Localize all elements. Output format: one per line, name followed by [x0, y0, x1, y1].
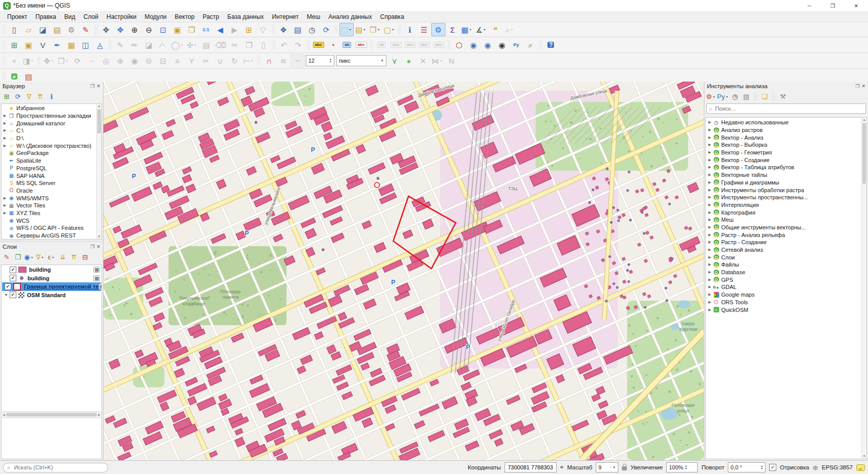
copy-and-move-feature-button[interactable]: ❐▾	[56, 54, 70, 67]
reshape-features-button[interactable]: Y	[185, 54, 199, 67]
self-snapping-button[interactable]: ⋈▾	[430, 54, 444, 67]
change-label-button[interactable]: abc	[389, 38, 403, 51]
identify-features-button[interactable]: ℹ	[403, 23, 417, 36]
browser-item-wfs[interactable]: ◉WFS / OGC API - Features	[2, 224, 96, 232]
avoid-overlap-button[interactable]: ∘∘	[291, 54, 305, 67]
browser-item-folder[interactable]: ▶▱C:\	[2, 127, 96, 135]
delete-ring-button[interactable]: ⊖	[142, 54, 156, 67]
menu-item-7[interactable]: Вектор	[171, 12, 199, 21]
expand-arrow-icon[interactable]: ▶	[2, 121, 8, 125]
cut-features-button[interactable]: ✂	[228, 38, 242, 51]
save-layer-edits-button[interactable]: ◪	[142, 38, 156, 51]
new-spatialite-layer-button[interactable]: ✒	[50, 38, 64, 51]
expand-arrow-icon[interactable]: ▶	[707, 270, 713, 274]
scale-combobox[interactable]: 9 ▼	[596, 462, 618, 472]
toolbox-group-22[interactable]: ▶QGPS	[707, 276, 861, 283]
collapse-all-layers-button[interactable]: ⇈	[69, 252, 79, 262]
expand-arrow-icon[interactable]: ▶	[707, 233, 713, 237]
crs-indicator[interactable]: EPSG:3857	[822, 464, 853, 470]
tracing-offset-button[interactable]: ●	[402, 54, 416, 67]
expand-arrow-icon[interactable]: ▶	[707, 248, 713, 252]
ors-tools-button[interactable]: ⬡	[452, 38, 466, 51]
expand-arrow-icon[interactable]: ▶	[707, 150, 713, 154]
toolbox-group-25[interactable]: ▶⬡ORS Tools	[707, 299, 861, 306]
browser-item-hana[interactable]: ▦SAP HANA	[2, 172, 96, 179]
current-edits-button[interactable]: ✎	[113, 38, 127, 51]
toolbox-group-20[interactable]: ▶QФайлы	[707, 261, 861, 269]
toolbox-group-9[interactable]: ▶QГрафики и диаграммы	[707, 179, 861, 187]
layer-visibility-checkbox[interactable]: ✓	[10, 275, 16, 281]
change-label-font-button[interactable]: abc	[417, 38, 432, 51]
quickmapservices-settings-button[interactable]: ◉	[481, 38, 495, 51]
move-label-button[interactable]: ab	[375, 38, 389, 51]
expand-arrow-icon[interactable]: ▶	[707, 293, 713, 297]
toolbox-search-input[interactable]	[714, 105, 863, 112]
add-selected-layers-button[interactable]: ⊞	[2, 91, 12, 101]
help-contents-button[interactable]: ?	[544, 38, 558, 51]
layer-row-4[interactable]: ▼✓OSM Standard	[2, 291, 101, 300]
browser-item-bookmark[interactable]: ▶❒Пространственные закладки	[2, 112, 96, 120]
browser-close-button[interactable]: ✕	[96, 84, 100, 89]
browser-item-wcs[interactable]: ◉WCS	[2, 217, 96, 224]
highlight-pinned-labels-button[interactable]: abc	[354, 38, 369, 51]
toolbox-group-4[interactable]: ▶QВектор - Выборка	[707, 141, 861, 149]
browser-item-xyz[interactable]: ▶▦XYZ Tiles	[2, 209, 96, 217]
toolbox-group-5[interactable]: ▶QВектор - Геометрия	[707, 149, 861, 156]
menu-item-6[interactable]: Модули	[141, 12, 171, 21]
toggle-editing-button[interactable]: ✏	[127, 38, 142, 51]
snapping-type-button[interactable]: ≋	[276, 54, 291, 67]
new-print-layout-button[interactable]: ▤	[50, 23, 64, 36]
browser-item-folder[interactable]: ▶▱W:\ (Дисковое пространство)	[2, 142, 96, 149]
simplify-feature-button[interactable]: ~	[85, 54, 99, 67]
zoom-last-button[interactable]: ◀	[213, 23, 227, 36]
menu-item-2[interactable]: Правка	[32, 12, 61, 21]
map-tips-button[interactable]: ❝	[488, 23, 503, 36]
delete-selected-button[interactable]: ⌫	[214, 38, 228, 51]
memory-layer-indicator-icon[interactable]: ▦	[93, 275, 100, 281]
temporal-controller-button[interactable]: ◷	[305, 23, 319, 36]
processing-toolbox-button[interactable]: ⚙	[431, 23, 445, 36]
collapse-all-button[interactable]: ⇈	[35, 91, 45, 101]
expand-arrow-icon[interactable]: ▶	[707, 188, 713, 192]
menu-item-4[interactable]: Слой	[80, 12, 102, 21]
statistical-summary-button[interactable]: ☰	[417, 23, 431, 36]
toolbox-group-13[interactable]: ▶QКартография	[707, 208, 861, 216]
expand-arrow-icon[interactable]: ▶	[2, 196, 8, 200]
rotation-spinbox[interactable]: 0,0 ° ▲▼	[728, 462, 766, 472]
new-project-button[interactable]: ▯	[7, 23, 21, 36]
menu-item-5[interactable]: Настройки	[102, 12, 141, 21]
add-part-button[interactable]: ⊕	[113, 54, 127, 67]
coordinates-input[interactable]	[505, 462, 557, 472]
toolbox-group-7[interactable]: ▶QВектор - Таблица атрибутов	[707, 164, 861, 171]
toolbox-float-button[interactable]: ❐	[855, 84, 859, 89]
add-circle-button[interactable]: ◯▾	[170, 38, 185, 51]
open-attribute-table-button[interactable]: ▦▾	[460, 23, 474, 36]
snapping-toggle-button[interactable]: ∩	[262, 54, 276, 67]
show-spatial-bookmarks-button[interactable]: ▤	[291, 23, 305, 36]
menu-item-9[interactable]: База данных	[223, 12, 268, 21]
osm-place-search-button[interactable]: ◉	[495, 38, 509, 51]
expand-arrow-icon[interactable]: ▶	[707, 165, 713, 169]
fill-ring-button[interactable]: ◉	[127, 54, 142, 67]
toolbox-group-18[interactable]: ▶QСетевой анализ	[707, 246, 861, 254]
history-button[interactable]: ◷	[730, 91, 740, 101]
cad-tools-button[interactable]: ⌖	[7, 54, 21, 67]
toolbox-group-16[interactable]: ▶QРастр - Анализ рельефа	[707, 231, 861, 239]
snapping-units[interactable]: пикс▼	[336, 55, 386, 66]
toolbox-close-button[interactable]: ✕	[861, 84, 865, 89]
browser-scrollbar[interactable]: ▲▼	[96, 104, 101, 239]
python-console-button[interactable]: Py	[509, 38, 523, 51]
expand-arrow-icon[interactable]: ▶	[707, 308, 713, 312]
remove-layer-button[interactable]: ⊟	[80, 252, 90, 262]
refresh-map-button[interactable]: ⟳	[319, 23, 333, 36]
zoom-full-button[interactable]: ⊡	[156, 23, 170, 36]
edit-features-in-place-button[interactable]: ❏	[759, 91, 770, 101]
memory-layer-indicator-icon[interactable]: ▦	[99, 283, 102, 289]
select-features-by-area-button[interactable]: ⬚▾	[339, 23, 354, 36]
vertex-tool-button[interactable]: ✣▾	[185, 38, 199, 51]
toolbox-scrollbar[interactable]: ▲▼	[861, 118, 866, 459]
quickmapservices-button[interactable]: ◉	[466, 38, 481, 51]
new-shapefile-layer-button[interactable]: V	[36, 38, 50, 51]
toolbox-group-24[interactable]: ▶Google maps	[707, 291, 861, 299]
new-spatial-bookmark-button[interactable]: ❖	[276, 23, 291, 36]
